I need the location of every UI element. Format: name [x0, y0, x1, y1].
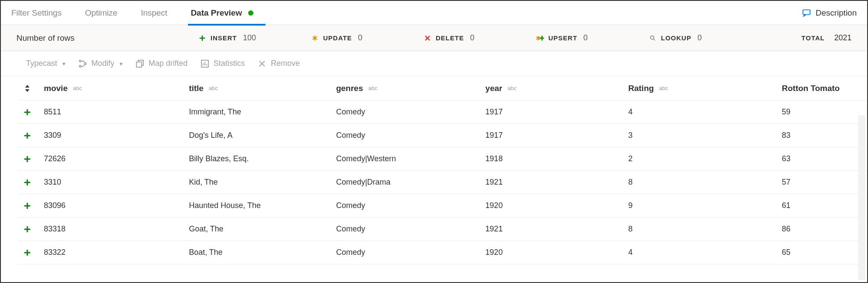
table-row[interactable]: 8511Immigrant, TheComedy1917459 [18, 101, 867, 124]
tool-label: Typecast [26, 59, 57, 68]
stat-label: LOOKUP [661, 34, 691, 42]
stat-label: INSERT [211, 34, 237, 42]
stat-value: 2021 [834, 33, 852, 42]
vertical-scrollbar[interactable] [858, 115, 865, 280]
tab-label: Inspect [141, 8, 167, 18]
cell-genres: Comedy [336, 201, 486, 210]
modify-button[interactable]: Modify ▾ [78, 59, 123, 68]
column-header-rating[interactable]: Rating abc [628, 84, 782, 93]
tool-label: Remove [271, 59, 300, 68]
table-row[interactable]: 72626Billy Blazes, Esq.Comedy|Western191… [18, 147, 867, 171]
typecast-button[interactable]: Typecast ▾ [26, 59, 65, 68]
cell-title: Haunted House, The [189, 201, 336, 210]
cell-movie: 83322 [44, 248, 189, 257]
svg-point-1 [651, 36, 654, 39]
cell-genres: Comedy [336, 224, 486, 234]
column-label: title [189, 84, 204, 93]
svg-rect-0 [803, 10, 810, 14]
stats-bar: Number of rows INSERT 100 UPDATE 0 DELET… [1, 25, 867, 51]
stat-value: 0 [470, 33, 474, 42]
cell-movie: 3310 [44, 178, 189, 187]
tool-label: Modify [91, 59, 114, 68]
stat-delete: DELETE 0 [424, 33, 536, 42]
data-grid: movie abc title abc genres abc year abc … [1, 76, 867, 264]
row-insert-icon [18, 109, 44, 115]
column-header-genres[interactable]: genres abc [336, 84, 486, 93]
search-icon [649, 35, 657, 41]
row-insert-icon [18, 203, 44, 209]
cell-title: Boat, The [189, 248, 336, 257]
column-label: Rating [628, 84, 654, 93]
table-row[interactable]: 3310Kid, TheComedy|Drama1921857 [18, 171, 867, 194]
tool-label: Map drifted [149, 59, 188, 68]
cell-year: 1917 [486, 131, 628, 140]
cell-rating: 8 [628, 178, 782, 187]
svg-rect-5 [136, 62, 142, 67]
cell-rotten: 65 [782, 248, 867, 257]
tab-label: Filter Settings [11, 8, 62, 18]
cell-genres: Comedy [336, 107, 486, 117]
stat-total: TOTAL 2021 [801, 33, 852, 42]
tab-filter-settings[interactable]: Filter Settings [11, 1, 62, 25]
cell-movie: 83096 [44, 201, 189, 210]
description-button[interactable]: Description [802, 8, 857, 18]
type-tag: abc [209, 85, 218, 91]
svg-point-2 [79, 60, 81, 62]
table-row[interactable]: 83318Goat, TheComedy1921886 [18, 218, 867, 241]
type-tag: abc [368, 85, 377, 91]
asterisk-icon [311, 35, 319, 41]
table-row[interactable]: 3309Dog's Life, AComedy1917383 [18, 124, 867, 147]
type-tag: abc [508, 85, 517, 91]
cell-movie: 83318 [44, 224, 189, 234]
remove-button[interactable]: Remove [258, 59, 300, 68]
cell-title: Billy Blazes, Esq. [189, 154, 336, 163]
column-header-movie[interactable]: movie abc [44, 84, 189, 93]
column-header-title[interactable]: title abc [189, 84, 336, 93]
cell-rotten: 83 [782, 131, 867, 140]
row-insert-icon [18, 226, 44, 232]
type-tag: abc [659, 85, 668, 91]
stat-lookup: LOOKUP 0 [649, 33, 761, 42]
tab-data-preview[interactable]: Data Preview [191, 1, 253, 25]
stat-label: TOTAL [801, 34, 825, 42]
cell-rating: 8 [628, 224, 782, 234]
tab-strip: Filter Settings Optimize Inspect Data Pr… [1, 1, 867, 25]
cell-movie: 72626 [44, 154, 189, 163]
upsert-icon [536, 35, 544, 41]
stat-label: DELETE [436, 34, 464, 42]
column-label: year [486, 84, 502, 93]
cell-year: 1921 [486, 178, 628, 187]
table-row[interactable]: 83322Boat, TheComedy1920465 [18, 241, 867, 264]
cell-year: 1921 [486, 224, 628, 234]
tab-optimize[interactable]: Optimize [85, 1, 117, 25]
statistics-button[interactable]: Statistics [201, 59, 245, 68]
column-header-rotten-tomato[interactable]: Rotton Tomato [782, 84, 867, 93]
row-insert-icon [18, 133, 44, 139]
cell-rotten: 59 [782, 107, 867, 117]
sort-toggle[interactable] [18, 85, 44, 92]
cell-movie: 3309 [44, 131, 189, 140]
cell-year: 1918 [486, 154, 628, 163]
table-row[interactable]: 83096Haunted House, TheComedy1920961 [18, 194, 867, 218]
cell-year: 1920 [486, 248, 628, 257]
tab-inspect[interactable]: Inspect [141, 1, 167, 25]
stat-insert: INSERT 100 [198, 33, 311, 42]
column-label: Rotton Tomato [782, 84, 840, 93]
rows-container: 8511Immigrant, TheComedy19174593309Dog's… [18, 101, 867, 264]
cell-year: 1917 [486, 107, 628, 117]
cell-title: Goat, The [189, 224, 336, 234]
stat-label: UPSERT [548, 34, 577, 42]
map-drifted-button[interactable]: Map drifted [136, 59, 188, 68]
column-header-year[interactable]: year abc [486, 84, 628, 93]
cell-rating: 9 [628, 201, 782, 210]
cell-genres: Comedy|Western [336, 154, 486, 163]
stat-upsert: UPSERT 0 [536, 33, 649, 42]
cell-rating: 2 [628, 154, 782, 163]
tab-label: Data Preview [191, 8, 242, 18]
cell-title: Dog's Life, A [189, 131, 336, 140]
cell-genres: Comedy [336, 248, 486, 257]
grid-toolbar: Typecast ▾ Modify ▾ Map drifted Statisti… [1, 51, 867, 76]
plus-icon [198, 35, 206, 41]
stat-value: 0 [583, 33, 588, 42]
row-insert-icon [18, 179, 44, 185]
